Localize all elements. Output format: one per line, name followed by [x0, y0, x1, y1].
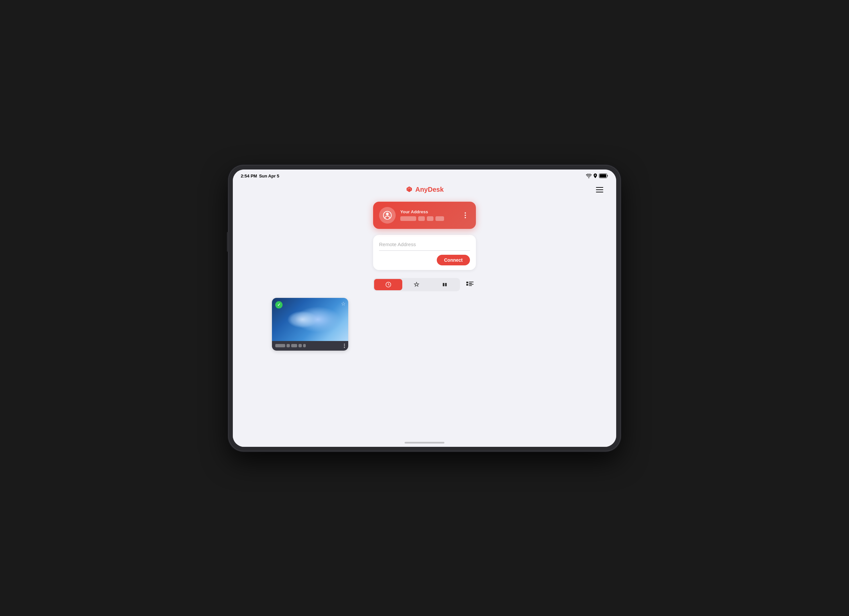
address-info: Your Address [400, 209, 456, 221]
session-more-dot-3 [344, 347, 345, 348]
addr-block-3 [427, 216, 433, 221]
connect-row: Connect [379, 255, 470, 265]
session-card[interactable]: ✓ ☆ [272, 298, 348, 351]
hamburger-line-1 [596, 187, 603, 188]
svg-rect-11 [469, 283, 472, 283]
anydesk-logo-icon [405, 186, 413, 194]
app-header: AnyDesk [240, 183, 609, 202]
hamburger-line-2 [596, 189, 603, 190]
connect-button[interactable]: Connect [437, 255, 470, 265]
sessions-grid: ✓ ☆ [259, 298, 590, 351]
battery-icon [599, 173, 608, 178]
favorites-icon [414, 282, 420, 288]
name-block-1 [275, 344, 285, 347]
tab-discover[interactable] [431, 279, 459, 290]
addr-block-4 [435, 216, 444, 221]
app-name: AnyDesk [415, 186, 444, 193]
more-dot-1 [465, 212, 466, 213]
svg-rect-9 [466, 282, 468, 283]
more-dot-3 [465, 217, 466, 218]
svg-rect-14 [469, 285, 472, 286]
recent-icon [385, 282, 391, 288]
more-dot-2 [465, 215, 466, 216]
main-content: AnyDesk [233, 180, 616, 447]
name-block-2 [286, 344, 290, 347]
connected-checkmark: ✓ [277, 303, 281, 307]
app-logo: AnyDesk [405, 186, 444, 194]
name-block-5 [303, 344, 306, 347]
wifi-icon [586, 174, 592, 178]
device-frame: 2:54 PM Sun Apr 5 [229, 166, 620, 451]
address-more-button[interactable] [461, 211, 470, 220]
session-status-badge: ✓ [275, 301, 283, 309]
remote-address-input[interactable] [379, 241, 470, 248]
discover-icon [442, 282, 448, 288]
tab-recent[interactable] [374, 279, 402, 290]
address-avatar [379, 207, 396, 224]
address-number [400, 216, 456, 221]
status-time-date: 2:54 PM Sun Apr 5 [241, 173, 279, 179]
device-screen: 2:54 PM Sun Apr 5 [233, 170, 616, 447]
status-icons [586, 173, 608, 178]
list-view-icon [466, 282, 474, 288]
addr-block-1 [400, 216, 416, 221]
list-view-button[interactable] [464, 279, 476, 291]
hamburger-menu-button[interactable] [593, 183, 606, 196]
svg-rect-7 [443, 283, 444, 286]
hamburger-line-3 [596, 192, 603, 192]
svg-rect-13 [469, 284, 474, 285]
remote-input-wrapper [379, 241, 470, 251]
tab-bar-container [373, 278, 476, 291]
svg-rect-8 [445, 283, 447, 286]
remote-address-card: Connect [373, 235, 476, 270]
address-avatar-icon [383, 211, 392, 220]
svg-rect-1 [600, 174, 606, 177]
your-address-label: Your Address [400, 209, 456, 214]
session-more-dot-1 [344, 344, 345, 345]
svg-rect-12 [466, 284, 468, 286]
session-footer [272, 341, 348, 351]
svg-rect-10 [469, 282, 474, 282]
status-date: Sun Apr 5 [259, 173, 279, 179]
tab-favorites[interactable] [402, 279, 430, 290]
addr-block-2 [418, 216, 425, 221]
status-time: 2:54 PM [241, 173, 257, 179]
tab-bar [373, 278, 460, 291]
home-indicator [405, 442, 444, 443]
session-favorite-button[interactable]: ☆ [341, 301, 346, 307]
session-more-dot-2 [344, 345, 345, 346]
session-thumbnail: ✓ ☆ [272, 298, 348, 341]
session-name [275, 344, 306, 347]
name-block-3 [291, 344, 297, 347]
name-block-4 [298, 344, 302, 347]
status-bar: 2:54 PM Sun Apr 5 [233, 170, 616, 180]
location-icon [594, 173, 597, 178]
your-address-card: Your Address [373, 202, 476, 229]
session-more-button[interactable] [344, 344, 345, 348]
